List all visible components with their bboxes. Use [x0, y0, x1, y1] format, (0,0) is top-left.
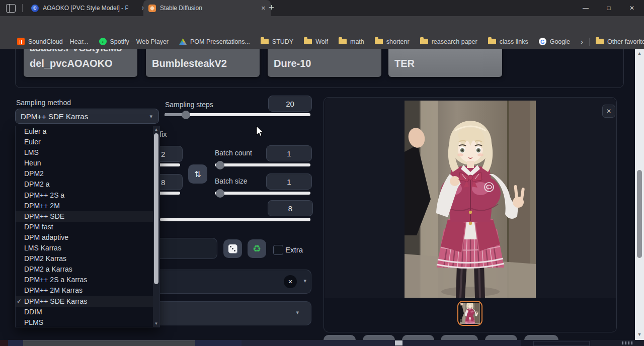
sampler-option-dpm-2s-a-karras[interactable]: DPM++ 2S a Karras [16, 275, 159, 285]
action-button-1[interactable] [324, 335, 356, 340]
dropdown-scrollbar[interactable]: ▲ ▼ [153, 126, 159, 327]
width-input-fragment[interactable]: 2 [160, 146, 183, 162]
swap-dimensions-button[interactable]: ⇅ [188, 164, 207, 184]
action-button-5[interactable] [485, 335, 517, 340]
sampler-option-dpm-2m[interactable]: DPM++ 2M [16, 201, 159, 211]
spotify-icon: ♪ [99, 38, 107, 45]
new-tab-button[interactable]: + [269, 2, 274, 13]
cfg-scale-slider[interactable] [160, 218, 310, 221]
option-label: Euler [24, 138, 41, 146]
action-button-3[interactable] [402, 335, 434, 340]
batch-size-input[interactable]: 1 [266, 174, 312, 190]
sampler-option-ddim[interactable]: DDIM [16, 307, 159, 317]
batch-size-slider[interactable] [215, 192, 310, 195]
scrollbar-thumb[interactable] [637, 170, 642, 258]
page-scrollbar[interactable]: ▲ ▼ [635, 49, 644, 340]
height-input-fragment[interactable]: 8 [160, 174, 183, 190]
sampler-option-dpm-sde-karras[interactable]: ✓DPM++ SDE Karras [16, 296, 159, 307]
tab-stable-diffusion[interactable]: Stable Diffusion ✕ [143, 0, 271, 16]
sampler-option-dpm-2s-a[interactable]: DPM++ 2S a [16, 190, 159, 201]
other-favorites-button[interactable]: Other favorites [596, 38, 644, 45]
bookmark-math[interactable]: math [339, 38, 364, 45]
sampler-option-dpm-2m-karras[interactable]: DPM++ 2M Karras [16, 285, 159, 296]
batch-count-slider[interactable] [215, 163, 310, 166]
workspaces-icon[interactable] [6, 4, 16, 13]
bookmark-reasearch-paper[interactable]: reasearch paper [420, 38, 477, 45]
cfg-scale-input[interactable]: 8 [268, 200, 313, 216]
bookmark-class-links[interactable]: class links [488, 38, 528, 45]
option-label: DPM2 a [24, 180, 50, 188]
sampler-option-lms-karras[interactable]: LMS Karras [16, 243, 159, 253]
extra-seed-checkbox[interactable] [273, 245, 283, 255]
reuse-seed-recycle-button[interactable]: ♻ [248, 239, 266, 258]
folder-icon [420, 39, 428, 44]
option-label: DPM adaptive [24, 233, 68, 241]
sampler-option-heun[interactable]: Heun [16, 158, 159, 168]
generated-image[interactable] [405, 101, 536, 298]
styles-dropdown[interactable]: ✕ ▾ [160, 270, 311, 294]
slider-handle[interactable] [182, 111, 190, 119]
model-card-bumblesteakv2[interactable]: BumblesteakV2 [146, 49, 260, 77]
scroll-down-icon[interactable]: ▼ [153, 321, 159, 326]
scroll-down-icon[interactable]: ▼ [635, 332, 644, 337]
scroll-up-icon[interactable]: ▲ [635, 51, 644, 56]
scroll-up-icon[interactable]: ▲ [153, 127, 159, 132]
sampler-option-dpm-sde[interactable]: DPM++ SDE [16, 211, 159, 222]
sampling-steps-input[interactable]: 20 [268, 96, 312, 112]
sampler-option-dpm-adaptive[interactable]: DPM adaptive [16, 232, 159, 243]
height-slider-fragment[interactable] [160, 192, 180, 195]
bookmark-shortenr[interactable]: shortenr [375, 38, 410, 45]
option-label: DPM++ 2S a Karras [24, 276, 87, 284]
action-button-6[interactable] [524, 335, 558, 340]
hires-fix-label-fragment: fix [159, 130, 167, 138]
random-seed-dice-button[interactable] [223, 239, 242, 258]
bookmark-soundcloud-hear-[interactable]: SoundCloud – Hear... [17, 38, 89, 45]
sampler-option-dpm2-karras[interactable]: DPM2 Karras [16, 253, 159, 264]
sampler-option-euler[interactable]: Euler [16, 137, 159, 147]
sampler-option-lms[interactable]: LMS [16, 147, 159, 158]
scrollbar-thumb[interactable] [154, 133, 158, 284]
sampler-option-dpm2-a[interactable]: DPM2 a [16, 179, 159, 190]
script-dropdown[interactable]: ▾ [160, 301, 311, 325]
window-close-button[interactable]: ✕ [626, 5, 637, 12]
sampler-option-euler-a[interactable]: Euler a [16, 126, 159, 137]
sampling-method-select[interactable]: DPM++ SDE Karras ▾ [15, 109, 159, 124]
option-label: DPM++ 2M Karras [24, 286, 83, 294]
sampler-option-dpm2[interactable]: DPM2 [16, 168, 159, 179]
thumbnail-image [460, 303, 480, 324]
chevron-down-icon: ▾ [296, 309, 299, 316]
sampler-option-dpm2-a-karras[interactable]: DPM2 a Karras [16, 264, 159, 275]
model-card-del_pvcaoaoko[interactable]: aoaoko.PVCStyleModel_pvcAOAOKO [24, 49, 137, 77]
tab-close-icon[interactable]: ✕ [261, 5, 266, 12]
tab-divider [22, 4, 23, 12]
slider-handle[interactable] [216, 161, 224, 169]
bookmark-label: reasearch paper [432, 38, 477, 45]
bookmark-spotify-web-player[interactable]: ♪Spotify – Web Player [99, 38, 169, 45]
sampling-steps-slider[interactable] [165, 113, 310, 116]
bookmark-google[interactable]: GGoogle [539, 38, 570, 45]
tab-civitai[interactable]: C AOAOKO [PVC Style Model] - PV ✕ [26, 0, 151, 16]
action-button-2[interactable] [363, 335, 395, 340]
option-label: LMS Karras [24, 244, 61, 252]
gallery-thumbnail-selected[interactable] [457, 301, 482, 326]
model-card-dure-10[interactable]: Dure-10 [268, 49, 381, 77]
batch-count-input[interactable]: 1 [266, 145, 312, 161]
window-minimize-button[interactable]: — [580, 5, 591, 12]
action-button-4[interactable] [441, 335, 478, 340]
sampler-option-dpm-fast[interactable]: DPM fast [16, 222, 159, 232]
tab-strip: C AOAOKO [PVC Style Model] - PV ✕ Stable… [0, 0, 644, 16]
clear-selection-icon[interactable]: ✕ [284, 275, 297, 288]
model-card-ter[interactable]: TER [388, 49, 502, 77]
sampler-option-plms[interactable]: PLMS [16, 317, 159, 328]
option-label: DPM++ SDE Karras [24, 297, 87, 305]
checkmark-icon: ✓ [17, 296, 22, 307]
close-image-button[interactable]: ✕ [602, 105, 615, 118]
seed-input-fragment[interactable] [160, 238, 217, 259]
bookmark-wolf[interactable]: Wolf [304, 38, 328, 45]
bookmarks-overflow-chevron[interactable]: › [581, 37, 583, 46]
window-maximize-button[interactable]: □ [603, 5, 614, 12]
bookmark-study[interactable]: STUDY [261, 38, 293, 45]
bookmark-pom-presentations-[interactable]: POM Presentations... [179, 38, 250, 45]
slider-handle[interactable] [216, 189, 224, 198]
width-slider-fragment[interactable] [160, 163, 180, 166]
